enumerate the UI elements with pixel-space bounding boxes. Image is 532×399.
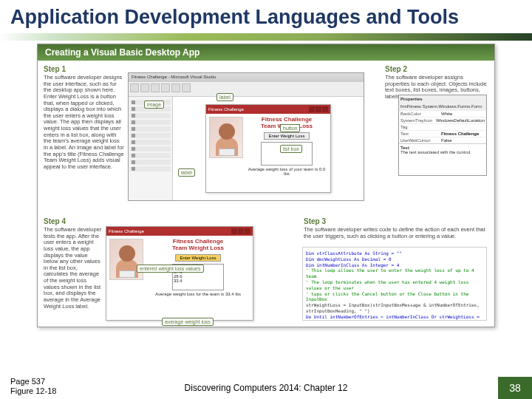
ide-screenshot: Fitness Challenge - Microsoft Visual Stu… bbox=[128, 72, 364, 201]
property-row: Tag bbox=[399, 123, 486, 130]
property-row: BackColorWhite bbox=[399, 110, 486, 117]
code-line: Dim strClassAttribute As String = "" bbox=[306, 250, 483, 256]
callout-button: button bbox=[280, 124, 300, 132]
prop-key: Text bbox=[400, 132, 441, 136]
code-line: ' The loop terminates when the user has … bbox=[306, 279, 483, 291]
figure-body: Step 1 The software developer designs th… bbox=[38, 61, 494, 325]
prop-key: UseWaitCursor bbox=[400, 138, 441, 143]
callout-average: average weight loss bbox=[162, 318, 214, 326]
code-line: ' taps or clicks the Cancel button or th… bbox=[306, 291, 483, 303]
toolbox-item bbox=[130, 120, 171, 125]
code-line: strWeightLoss = InputBox(strInputBoxMess… bbox=[306, 302, 483, 314]
footer-book-title: Discovering Computers 2014: Chapter 12 bbox=[0, 383, 532, 393]
enter-weight-button: Enter Weight Loss bbox=[264, 132, 310, 140]
callout-listbox: list box bbox=[280, 145, 302, 153]
callout-entered-values: entered weight loss values bbox=[137, 265, 204, 273]
toolbar-button bbox=[140, 83, 149, 92]
properties-object: frmFitness System.Windows.Forms.Form bbox=[399, 103, 486, 110]
scale-icon bbox=[219, 149, 235, 156]
average-label: Average weight loss of your team is 0.0 … bbox=[246, 167, 327, 176]
running-heading: Fitness Challenge Team Weight Loss bbox=[146, 239, 250, 252]
callout-image: image bbox=[144, 100, 164, 109]
running-titlebar: Fitness Challenge bbox=[106, 227, 253, 236]
prop-value: WindowsDefaultLocation bbox=[436, 118, 485, 123]
toolbar-button bbox=[151, 83, 160, 92]
heading-l1: Fitness Challenge bbox=[173, 238, 223, 245]
slide-footer: Page 537 Figure 12-18 Discovering Comput… bbox=[0, 369, 532, 399]
figure-container: Creating a Visual Basic Desktop App Step… bbox=[37, 44, 495, 327]
ide-toolbar bbox=[129, 82, 364, 97]
enter-weight-button-running: Enter Weight Loss bbox=[175, 254, 222, 262]
prop-value: Fitness Challenge bbox=[441, 132, 485, 136]
person-image bbox=[209, 117, 243, 158]
step-3-pane: Step 3 The software developer writes cod… bbox=[304, 217, 488, 239]
code-line: ' This loop allows the user to enter the… bbox=[306, 267, 483, 279]
step-2-label: Step 2 bbox=[385, 65, 488, 73]
prop-value: White bbox=[441, 112, 485, 116]
ide-titlebar: Fitness Challenge - Microsoft Visual Stu… bbox=[129, 73, 364, 82]
person-image bbox=[109, 239, 143, 280]
window-buttons bbox=[309, 106, 328, 112]
form-titlebar: Fitness Challenge bbox=[206, 105, 330, 114]
heading-l1: Fitness Challenge bbox=[262, 116, 312, 123]
toolbar-button bbox=[161, 83, 170, 92]
prop-key: SystemTrayIcon bbox=[400, 118, 436, 123]
step-3-label: Step 3 bbox=[304, 217, 488, 225]
gradient-band bbox=[0, 33, 532, 41]
ide-main: Fitness Challenge Fitness bbox=[129, 97, 364, 200]
slide-title: Application Development Languages and To… bbox=[10, 6, 522, 29]
step-4-text: The software developer tests the app. Af… bbox=[44, 227, 103, 310]
step-4-pane: Step 4 The software developer tests the … bbox=[44, 217, 103, 310]
step-1-pane: Step 1 The software developer designs th… bbox=[44, 65, 125, 170]
scale-icon bbox=[119, 270, 135, 278]
properties-panel: Properties frmFitness System.Windows.For… bbox=[398, 95, 487, 176]
toolbox-item bbox=[130, 113, 171, 118]
toolbar-button bbox=[171, 83, 180, 92]
code-line: Do Until intNumberOfEntries > intNumberI… bbox=[306, 314, 483, 321]
toolbox-item bbox=[130, 160, 171, 165]
form-title-text: Fitness Challenge bbox=[208, 107, 244, 112]
smile-icon bbox=[223, 132, 231, 136]
average-label-filled: Average weight loss for the team is 33.4… bbox=[146, 292, 250, 296]
property-description: Text The text associated with the contro… bbox=[399, 143, 486, 156]
toolbar-button bbox=[182, 83, 191, 92]
toolbar-button bbox=[130, 83, 139, 92]
prop-value bbox=[441, 125, 485, 129]
title-block: Application Development Languages and To… bbox=[0, 0, 532, 33]
prop-key: Tag bbox=[400, 125, 441, 129]
properties-header: Properties bbox=[399, 95, 486, 103]
content-area: Creating a Visual Basic Desktop App Step… bbox=[0, 41, 532, 327]
prop-key: BackColor bbox=[400, 112, 441, 116]
toolbox-item bbox=[130, 153, 171, 158]
list-item: 33.4 bbox=[174, 279, 222, 283]
step-1-label: Step 1 bbox=[44, 65, 125, 73]
window-buttons bbox=[231, 228, 250, 234]
code-line: Dim intNumberInClass As Integer = 4 bbox=[306, 262, 483, 268]
callout-label-bottom: label bbox=[178, 168, 195, 177]
code-line: Dim decWeightLoss As Decimal = 0 bbox=[306, 256, 483, 262]
callout-label: label bbox=[216, 93, 233, 101]
step-4-label: Step 4 bbox=[44, 217, 103, 225]
prop-value: False bbox=[441, 138, 485, 143]
form-designer: Fitness Challenge Fitness bbox=[173, 97, 364, 200]
toolbox-item bbox=[130, 166, 171, 171]
figure-header: Creating a Visual Basic Desktop App bbox=[38, 44, 494, 61]
slide-number: 38 bbox=[498, 377, 532, 399]
heading-l2: Team Weight Loss bbox=[172, 245, 224, 251]
running-title: Fitness Challenge bbox=[109, 229, 144, 233]
toolbox-panel bbox=[129, 97, 173, 200]
code-editor: Dim strClassAttribute As String = "" Dim… bbox=[302, 247, 487, 321]
app-form: Fitness Challenge Fitness bbox=[205, 104, 331, 193]
property-row: UseWaitCursorFalse bbox=[399, 137, 486, 143]
smile-icon bbox=[123, 254, 131, 258]
toolbox-item bbox=[130, 140, 171, 145]
prop-desc-text: The text associated with the control. bbox=[400, 150, 485, 154]
property-row: TextFitness Challenge bbox=[399, 130, 486, 137]
property-row: SystemTrayIconWindowsDefaultLocation bbox=[399, 117, 486, 123]
toolbox-item bbox=[130, 126, 171, 132]
toolbox-item bbox=[130, 133, 171, 138]
form-body: Fitness Challenge Team Weight Loss Enter… bbox=[206, 114, 330, 179]
step-1-text: The software developer designs the user … bbox=[44, 75, 125, 170]
toolbox-item bbox=[130, 146, 171, 151]
running-app-screenshot: Fitness Challenge Fitness Challenge Team… bbox=[106, 226, 253, 321]
